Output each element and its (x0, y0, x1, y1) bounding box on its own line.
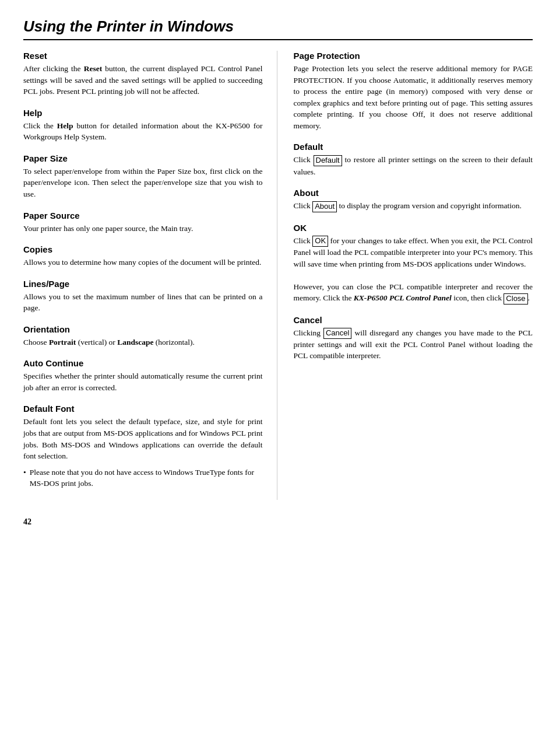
section-orientation-title: Orientation (23, 324, 263, 334)
section-about-body: Click About to display the program versi… (294, 200, 533, 212)
section-help-body: Click the Help button for detailed infor… (23, 120, 263, 143)
section-ok-title: OK (294, 223, 533, 233)
section-copies-title: Copies (23, 244, 263, 254)
section-paper-source-title: Paper Source (23, 211, 263, 220)
section-page-protection: Page Protection Page Protection lets you… (294, 51, 533, 131)
section-default-font-title: Default Font (23, 404, 263, 414)
about-button-inline: About (312, 201, 337, 212)
section-default-font-body: Default font lets you select the default… (23, 416, 263, 461)
close-button-inline: Close (504, 293, 527, 304)
section-paper-source: Paper Source Your printer has only one p… (23, 211, 263, 235)
bullet-dot: • (23, 467, 26, 489)
section-paper-size-body: To select paper/envelope from within the… (23, 166, 263, 200)
section-reset-title: Reset (23, 51, 263, 61)
section-auto-continue: Auto Continue Specifies whether the prin… (23, 358, 263, 393)
section-cancel: Cancel Clicking Cancel will disregard an… (294, 315, 533, 362)
section-paper-size: Paper Size To select paper/envelope from… (23, 153, 263, 200)
section-lines-page-body: Allows you to set the maximum number of … (23, 291, 263, 314)
page-title: Using the Printer in Windows (23, 18, 533, 40)
section-lines-page-title: Lines/Page (23, 279, 263, 289)
section-copies: Copies Allows you to determine how many … (23, 244, 263, 268)
section-cancel-title: Cancel (294, 315, 533, 325)
ok-button-inline: OK (312, 236, 328, 247)
section-ok-body: Click OK for your changes to take effect… (294, 235, 533, 304)
left-column: Reset After clicking the Reset button, t… (23, 51, 277, 500)
section-about-title: About (294, 188, 533, 198)
section-auto-continue-title: Auto Continue (23, 358, 263, 368)
section-orientation-body: Choose Portrait (vertical) or Landscape … (23, 337, 263, 348)
section-auto-continue-body: Specifies whether the printer should aut… (23, 370, 263, 393)
section-ok: OK Click OK for your changes to take eff… (294, 223, 533, 304)
section-orientation: Orientation Choose Portrait (vertical) o… (23, 324, 263, 348)
section-default-body: Click Default to restore all printer set… (294, 154, 533, 177)
section-reset-body: After clicking the Reset button, the cur… (23, 63, 263, 97)
bullet-text: Please note that you do not have access … (30, 467, 263, 489)
section-default-title: Default (294, 142, 533, 152)
cancel-button-inline: Cancel (323, 328, 351, 339)
section-help-title: Help (23, 108, 263, 118)
page-number: 42 (23, 517, 533, 527)
right-column: Page Protection Page Protection lets you… (277, 51, 533, 500)
section-reset: Reset After clicking the Reset button, t… (23, 51, 263, 97)
section-help: Help Click the Help button for detailed … (23, 108, 263, 143)
section-paper-size-title: Paper Size (23, 153, 263, 163)
section-page-protection-title: Page Protection (294, 51, 533, 61)
section-page-protection-body: Page Protection lets you select the rese… (294, 63, 533, 131)
section-paper-source-body: Your printer has only one paper source, … (23, 223, 263, 235)
section-default-font: Default Font Default font lets you selec… (23, 404, 263, 489)
section-about: About Click About to display the program… (294, 188, 533, 212)
section-copies-body: Allows you to determine how many copies … (23, 257, 263, 268)
default-font-bullet: • Please note that you do not have acces… (23, 467, 263, 489)
section-cancel-body: Clicking Cancel will disregard any chang… (294, 327, 533, 362)
section-default: Default Click Default to restore all pri… (294, 142, 533, 177)
default-button-inline: Default (314, 155, 342, 166)
section-lines-page: Lines/Page Allows you to set the maximum… (23, 279, 263, 314)
